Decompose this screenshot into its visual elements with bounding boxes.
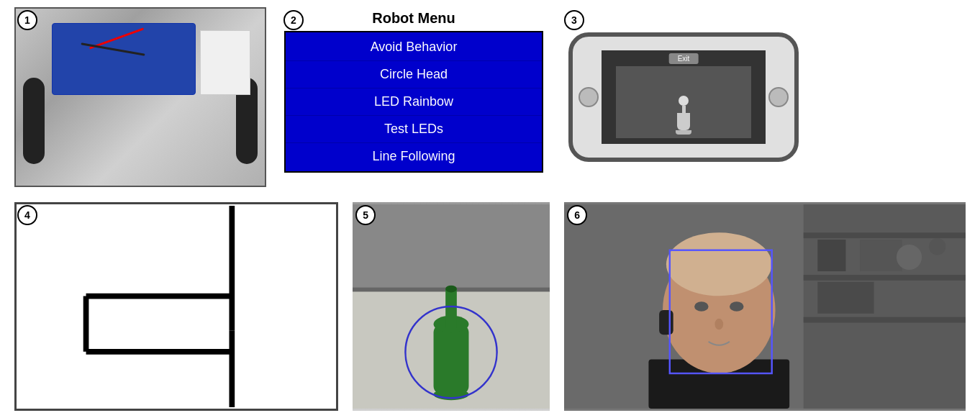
panel-4-badge: 4 [17,205,37,225]
bottle-svg [353,202,550,411]
robot-photo [14,7,266,187]
svg-point-27 [666,232,772,296]
svg-rect-18 [804,317,966,323]
face-photo [564,202,966,411]
phone-btn-right[interactable] [768,87,789,107]
svg-point-30 [715,319,724,330]
menu-item-led-rainbow[interactable]: LED Rainbow [286,88,542,116]
bowling-pin [676,96,691,135]
robot-menu-box: Avoid Behavior Circle Head LED Rainbow T… [284,31,543,173]
svg-point-29 [730,301,744,312]
bottom-row: 4 5 [14,202,966,411]
panel-4: 4 [14,202,338,411]
svg-rect-11 [445,289,457,328]
svg-rect-16 [804,232,966,238]
main-container: 1 2 Robot Menu Avoid Behavior Circle Hea… [0,0,980,418]
maze-svg [17,204,336,409]
panel-1-badge: 1 [17,10,37,30]
maze-container [14,202,338,411]
svg-point-22 [897,245,922,270]
svg-rect-31 [659,310,673,335]
panel-6: 6 [564,202,966,411]
svg-rect-5 [353,204,550,288]
exit-button[interactable]: Exit [669,53,699,64]
panel-5-badge: 5 [355,205,376,225]
menu-item-line-following[interactable]: Line Following [286,143,542,170]
svg-rect-17 [804,275,966,281]
svg-rect-21 [817,282,874,314]
menu-item-test-leds[interactable]: Test LEDs [286,116,542,143]
face-svg [564,202,966,411]
panel-6-badge: 6 [567,205,587,225]
phone-btn-left[interactable] [579,87,599,107]
panel-3: 3 Exit [561,7,806,187]
svg-rect-19 [817,240,845,271]
menu-item-circle[interactable]: Circle Head [286,61,542,88]
bottle-photo [353,202,550,411]
svg-point-12 [445,286,457,293]
panel-3-badge: 3 [564,10,584,30]
menu-item-avoid[interactable]: Avoid Behavior [286,34,542,61]
panel-2-badge: 2 [283,10,304,30]
svg-point-23 [929,238,945,255]
panel-1: 1 [14,7,266,187]
panel-2: 2 Robot Menu Avoid Behavior Circle Head … [281,7,547,187]
panel-5: 5 [353,202,550,411]
phone-screen: Exit [602,50,766,144]
svg-rect-20 [860,240,902,271]
top-row: 1 2 Robot Menu Avoid Behavior Circle Hea… [14,7,966,195]
svg-rect-9 [434,324,469,394]
menu-title: Robot Menu [372,7,455,27]
phone-frame: Exit [568,32,799,162]
camera-view [616,66,751,138]
svg-point-28 [694,301,709,312]
